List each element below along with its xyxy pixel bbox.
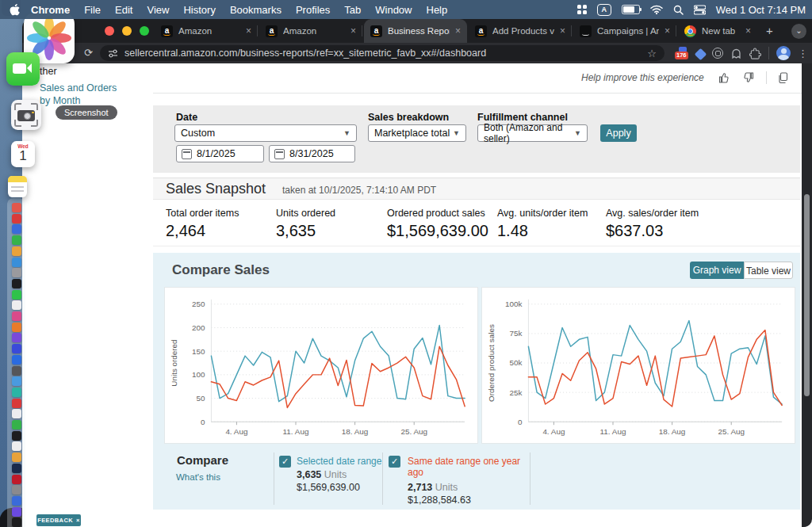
date-range-select[interactable]: Custom▼ [174,124,357,142]
dock-app-icon[interactable] [12,441,21,451]
chrome-menu-icon[interactable]: ⋮ [798,50,801,57]
dock-app-icon[interactable] [12,355,21,365]
menu-history[interactable]: History [176,4,222,16]
calendar-app-icon[interactable]: Wed 1 [11,141,35,167]
spotlight-search-icon[interactable] [673,5,684,15]
close-tab-icon[interactable]: × [745,25,751,36]
dock-app-icon[interactable] [12,246,21,256]
dock-app-icon[interactable] [12,420,21,430]
app-grid-icon[interactable] [577,5,587,14]
menu-tab[interactable]: Tab [337,4,368,16]
extension-ghost-icon[interactable] [730,48,742,59]
extensions-puzzle-icon[interactable] [749,48,761,59]
menu-help[interactable]: Help [419,4,455,16]
close-tab-icon[interactable]: × [560,25,565,36]
dock-app-icon[interactable] [12,214,21,223]
close-icon[interactable]: × [76,517,80,524]
close-tab-icon[interactable]: × [665,25,670,36]
date-to-input[interactable]: 8/31/2025 [269,145,355,162]
scrollbar-thumb[interactable] [804,194,810,396]
extension-circle-icon[interactable] [712,48,723,59]
tab-search-chevron-icon[interactable]: ⌄ [791,24,806,39]
dock-app-icon[interactable] [12,344,21,353]
apply-button[interactable]: Apply [600,124,637,142]
profile-avatar[interactable] [776,46,791,60]
tab-new-tab[interactable]: New tab × [678,19,757,43]
dock-app-icon[interactable] [12,409,21,418]
extension-diamond-icon[interactable] [695,48,707,60]
dock-app-icon[interactable] [12,203,21,212]
site-info-icon[interactable] [108,48,118,59]
menu-chrome[interactable]: Chrome [20,4,77,16]
dock-app-icon[interactable] [12,235,21,245]
minimize-window-button[interactable] [122,26,132,36]
close-tab-icon[interactable]: × [455,25,461,36]
feedback-tab[interactable]: FEEDBACK× [36,514,81,526]
dock-app-icon[interactable] [12,485,21,495]
wifi-icon[interactable] [650,5,663,14]
dock-app-icon[interactable] [12,517,21,527]
battery-icon[interactable] [622,5,640,14]
bookmark-star-icon[interactable]: ☆ [647,48,657,59]
maximize-window-button[interactable] [140,26,149,36]
menu-bar-clock[interactable]: Wed 1 Oct 7:14 PM [716,4,806,16]
sidebar-link-other[interactable]: ther [40,66,57,77]
dock-app-icon[interactable] [12,376,21,386]
extension-176-icon[interactable]: 176 [676,47,689,59]
menu-bar-a-badge-icon[interactable]: A [597,4,611,16]
address-bar[interactable]: sellercentral.amazon.com/business-report… [100,45,665,61]
dock-app-icon[interactable] [12,475,21,484]
close-tab-icon[interactable]: × [350,25,356,36]
dock-app-icon[interactable] [12,279,21,288]
dock-app-icon[interactable] [12,311,21,321]
dock-app-icon[interactable] [12,496,21,506]
dock-app-icon[interactable] [12,366,21,376]
dock-app-icon[interactable] [12,507,21,517]
dock-app-icon[interactable] [12,258,21,267]
menu-profiles[interactable]: Profiles [289,4,337,16]
new-tab-button[interactable]: + [766,24,773,38]
date-from-input[interactable]: 8/1/2025 [176,145,264,162]
tab-campaigns[interactable]: a Campaigns | Amazon Ad × [573,19,676,43]
close-tab-icon[interactable]: × [246,25,251,36]
close-window-button[interactable] [105,26,114,36]
dock-app-icon[interactable] [12,323,21,332]
dock-app-icon[interactable] [12,431,21,441]
notes-app-icon[interactable] [8,176,27,197]
dock-app-icon[interactable] [12,333,21,342]
table-view-button[interactable]: Table view [744,262,793,279]
sales-breakdown-select[interactable]: Marketplace total▼ [368,124,466,142]
dock-app-icon[interactable] [12,399,21,408]
graph-view-button[interactable]: Graph view [690,262,744,279]
tab-amazon-2[interactable]: a Amazon × [259,19,362,43]
tab-add-products[interactable]: a Add Products via Upload × [469,19,572,43]
thumbs-down-icon[interactable] [742,72,754,83]
dock-app-icon[interactable] [12,453,21,462]
dock-app-icon[interactable] [12,290,21,300]
dock-app-icon[interactable] [12,388,21,397]
screenshot-app-icon[interactable] [11,100,41,130]
control-center-icon[interactable] [694,5,706,15]
menu-edit[interactable]: Edit [108,4,140,16]
menu-view[interactable]: View [140,4,176,16]
dock-app-icon[interactable] [12,224,21,234]
tab-amazon-1[interactable]: a Amazon × [155,19,258,43]
reload-icon[interactable]: ⟳ [84,47,93,59]
previous-year-checkbox[interactable]: ✓ [389,456,400,468]
fulfillment-channel-select[interactable]: Both (Amazon and seller)▼ [477,124,588,142]
apple-menu-icon[interactable] [10,4,20,16]
sidebar-link-sales-orders-by-month[interactable]: Sales and Orders by Month [40,82,119,107]
copy-icon[interactable] [777,72,789,83]
dock-app-icon[interactable] [12,268,21,277]
menu-bookmarks[interactable]: Bookmarks [223,4,289,16]
selected-range-checkbox[interactable]: ✓ [279,456,291,468]
menu-file[interactable]: File [77,4,108,16]
dock-app-icon[interactable] [12,300,21,310]
dock-app-icon[interactable] [12,464,21,473]
menu-window[interactable]: Window [368,4,419,16]
facetime-app-icon[interactable] [6,52,40,86]
scrollbar-track[interactable] [802,63,812,527]
window-controls[interactable] [105,26,149,36]
tab-business-reports[interactable]: a Business Reports × [364,19,467,43]
thumbs-up-icon[interactable] [718,72,730,83]
